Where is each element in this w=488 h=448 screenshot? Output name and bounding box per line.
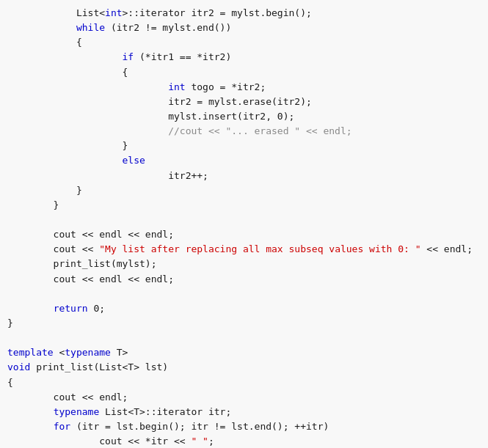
code-line: {	[0, 375, 488, 390]
code-line: //cout << "... erased " << endl;	[0, 124, 488, 139]
code-line: else	[0, 153, 488, 168]
code-line: return 0;	[0, 301, 488, 316]
code-line: while (itr2 != mylst.end())	[0, 21, 488, 35]
code-line: }	[0, 198, 488, 213]
code-line: {	[0, 65, 488, 80]
code-line: mylst.insert(itr2, 0);	[0, 109, 488, 124]
code-line: cout << *itr << " ";	[0, 434, 488, 448]
code-line: List<int>::iterator itr2 = mylst.begin()…	[0, 6, 488, 21]
code-line: {	[0, 35, 488, 50]
code-line: typename List<T>::iterator itr;	[0, 405, 488, 419]
code-block: List<int>::iterator itr2 = mylst.begin()…	[0, 6, 488, 448]
code-line: cout << endl << endl;	[0, 272, 488, 287]
code-line: cout << endl;	[0, 390, 488, 405]
code-line: template <typename T>	[0, 345, 488, 360]
code-line	[0, 331, 488, 345]
code-line: cout << "My list after replacing all max…	[0, 242, 488, 257]
code-line: }	[0, 139, 488, 153]
code-line: void print_list(List<T> lst)	[0, 360, 488, 375]
code-line: for (itr = lst.begin(); itr != lst.end()…	[0, 419, 488, 434]
code-line: int togo = *itr2;	[0, 80, 488, 95]
code-line: itr2++;	[0, 169, 488, 183]
code-line: print_list(mylst);	[0, 257, 488, 271]
code-line: }	[0, 183, 488, 198]
code-line: cout << endl << endl;	[0, 227, 488, 242]
code-editor: List<int>::iterator itr2 = mylst.begin()…	[0, 0, 488, 448]
code-line	[0, 287, 488, 301]
code-line: if (*itr1 == *itr2)	[0, 50, 488, 65]
code-line: itr2 = mylst.erase(itr2);	[0, 95, 488, 109]
code-line: }	[0, 316, 488, 331]
code-line	[0, 213, 488, 227]
